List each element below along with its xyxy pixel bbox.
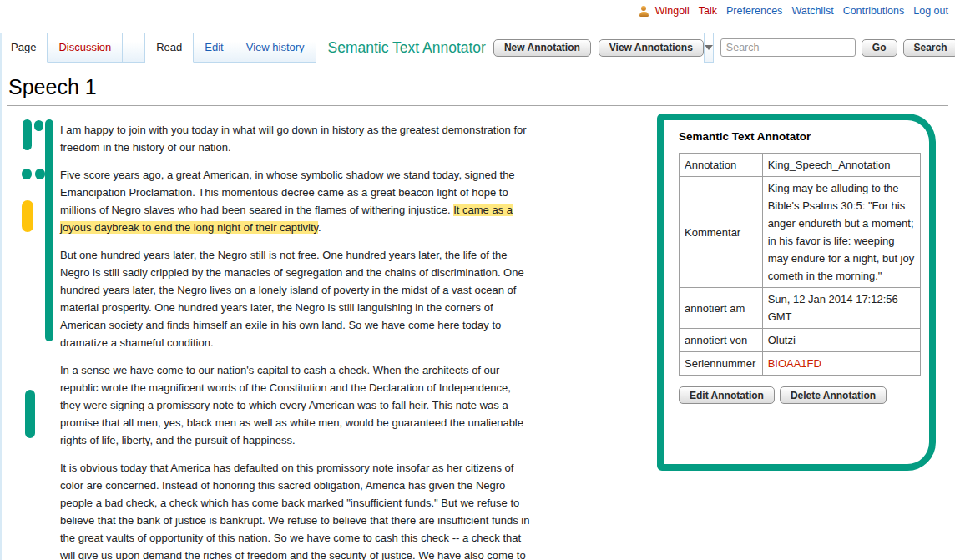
kommentar-value: King may be alluding to the Bible's Psal… — [762, 177, 920, 288]
search-button[interactable]: Search — [903, 39, 955, 57]
annotation-marker-dot-2[interactable] — [22, 169, 32, 179]
table-row: Annotation King_Speech_Annotation — [680, 154, 921, 177]
tab-view-history-label: View history — [246, 41, 305, 53]
page-title: Speech 1 — [8, 75, 97, 99]
tab-page[interactable]: Page — [0, 33, 48, 63]
search-area: Go Search — [714, 33, 955, 63]
watchlist-link[interactable]: Watchlist — [791, 5, 833, 17]
panel-buttons: Edit Annotation Delete Annotation — [679, 386, 921, 404]
article-text: I am happy to join with you today in wha… — [60, 121, 532, 560]
annotation-panel-title: Semantic Text Annotator — [679, 130, 921, 143]
preferences-link[interactable]: Preferences — [726, 5, 782, 17]
page: Wingoli Talk Preferences Watchlist Contr… — [0, 0, 955, 560]
user-icon — [639, 6, 649, 17]
annotiert-von-value: Olutzi — [762, 329, 920, 352]
annotation-marker-dot-3[interactable] — [35, 169, 45, 179]
new-annotation-button[interactable]: New Annotation — [493, 39, 591, 57]
tab-discussion[interactable]: Discussion — [48, 33, 123, 63]
delete-annotation-button[interactable]: Delete Annotation — [780, 386, 887, 404]
speech-paragraph-4: In a sense we have come to our nation's … — [60, 361, 532, 449]
logout-link[interactable]: Log out — [913, 5, 948, 17]
table-row: annotiert von Olutzi — [680, 329, 921, 352]
talk-link[interactable]: Talk — [699, 5, 717, 17]
go-button[interactable]: Go — [862, 39, 897, 57]
table-row: Kommentar King may be alluding to the Bi… — [680, 177, 921, 288]
more-menu-tab[interactable] — [704, 33, 714, 63]
contributions-link[interactable]: Contributions — [843, 5, 905, 17]
seriennummer-label: Seriennummer — [680, 352, 763, 376]
personal-bar: Wingoli Talk Preferences Watchlist Contr… — [639, 5, 948, 17]
annotator-bar-title: Semantic Text Annotator — [328, 33, 486, 63]
chevron-down-icon — [705, 45, 713, 50]
search-input[interactable] — [720, 38, 856, 57]
annotation-table: Annotation King_Speech_Annotation Kommen… — [679, 153, 921, 376]
tab-bar: Page Discussion Read Edit View history S… — [0, 33, 955, 63]
paragraph-2-period: . — [318, 221, 321, 234]
annotation-marker-pill-1[interactable] — [23, 119, 32, 150]
tab-read[interactable]: Read — [145, 33, 194, 63]
content-left-border — [0, 33, 2, 560]
tab-filler — [123, 33, 145, 63]
annotation-marker-bar[interactable] — [45, 119, 53, 341]
view-annotations-button[interactable]: View Annotations — [599, 39, 704, 57]
annotation-value: King_Speech_Annotation — [762, 154, 920, 177]
annotation-label: Annotation — [680, 154, 763, 177]
annotation-marker-dot-1[interactable] — [34, 120, 43, 131]
tab-discussion-label: Discussion — [58, 41, 111, 53]
table-row: annotiert am Sun, 12 Jan 2014 17:12:56 G… — [680, 288, 921, 329]
speech-paragraph-5: It is obvious today that America has def… — [60, 459, 532, 560]
table-row: Seriennummer BIOAA1FD — [680, 352, 921, 376]
annotiert-von-label: annotiert von — [680, 329, 763, 352]
paragraph-2-text: Five score years ago, a great American, … — [60, 169, 515, 216]
annotiert-am-label: annotiert am — [680, 288, 763, 329]
annotation-panel: Semantic Text Annotator Annotation King_… — [657, 114, 936, 471]
username-link[interactable]: Wingoli — [655, 5, 690, 17]
annotation-marker-pill-2[interactable] — [25, 390, 35, 438]
tab-edit[interactable]: Edit — [194, 33, 235, 63]
annotiert-am-value: Sun, 12 Jan 2014 17:12:56 GMT — [762, 288, 920, 329]
speech-paragraph-3: But one hundred years later, the Negro s… — [60, 246, 532, 351]
speech-paragraph-1: I am happy to join with you today in wha… — [60, 121, 532, 156]
kommentar-label: Kommentar — [680, 177, 763, 288]
title-divider — [7, 105, 948, 106]
tab-view-history[interactable]: View history — [235, 33, 316, 63]
speech-paragraph-2: Five score years ago, a great American, … — [60, 166, 532, 236]
tab-edit-label: Edit — [205, 41, 223, 53]
annotation-marker-yellow-pill[interactable] — [22, 200, 33, 232]
seriennummer-value[interactable]: BIOAA1FD — [762, 352, 920, 376]
edit-annotation-button[interactable]: Edit Annotation — [679, 386, 775, 404]
